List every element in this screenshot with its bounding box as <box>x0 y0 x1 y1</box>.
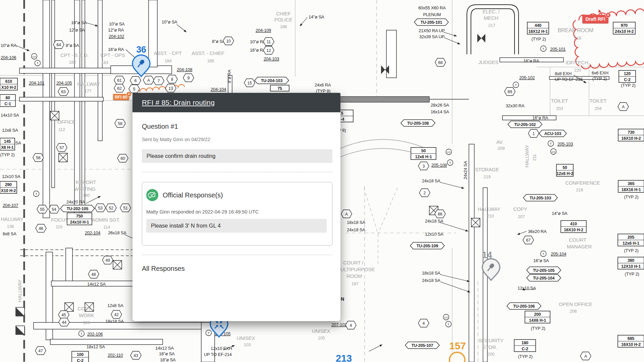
plan-label: ASST. - CPT <box>154 50 182 56</box>
pin-157-number[interactable]: 157 <box>449 340 466 351</box>
hex-tag-label: 62 <box>117 86 122 91</box>
plan-label: 202-110 <box>108 353 123 358</box>
plan-label: 24x18 SA <box>422 278 440 283</box>
plan-label: 185 <box>207 58 214 63</box>
plan-label: UP TO EF-214 <box>204 352 232 357</box>
plan-label: 14x12 SA <box>155 346 174 351</box>
plan-label: CPT - S.S.D. <box>60 52 89 58</box>
plan-label: COURT / <box>343 260 364 265</box>
spec-box-label: C-2 <box>77 358 84 362</box>
rfi-dialog-title-link[interactable]: RFI # 85: Drain routing <box>142 99 215 107</box>
plan-label: 200 <box>487 352 494 357</box>
sensor-tag-label: T <box>542 47 544 51</box>
hex-tag-label: 4 <box>350 323 352 328</box>
pin-36-number[interactable]: 36 <box>136 45 146 55</box>
spec-box-label: 365 <box>628 181 635 186</box>
spec-box-label: 50 <box>421 148 426 153</box>
equipment-flag-label: TU-205-104 <box>533 276 555 281</box>
plan-label: UNISEX <box>237 335 255 341</box>
plan-label: ASST. - CHIEF <box>192 50 224 56</box>
hex-tag-label: 60 <box>120 156 125 161</box>
plan-label: AV <box>496 139 503 145</box>
leader-arrowhead <box>95 24 98 26</box>
plan-label: N <box>341 296 344 302</box>
divider <box>142 172 332 172</box>
leader-arrowhead <box>26 49 30 51</box>
plan-label: (TYP 2) <box>0 152 14 157</box>
equipment-flag-label: TU-205-108 <box>407 121 429 126</box>
plan-label: MULTIPURPOSE <box>336 266 375 272</box>
spec-box-label: 16X10 H-2 <box>622 136 641 141</box>
damper-symbol <box>477 34 481 43</box>
spec-box-label: 970 <box>621 23 628 28</box>
plan-label: 21X50 RA UP <box>419 28 445 33</box>
spec-box-label: 16X10 H-2 <box>621 342 641 347</box>
plan-label: 14"ø SA <box>552 211 568 216</box>
sensor-tag-label: T <box>447 323 449 326</box>
pin-213-number[interactable]: 213 <box>336 353 352 362</box>
hex-tag-label: 8 <box>171 77 173 82</box>
plan-label: REPORT <box>75 179 96 185</box>
plan-label: COPY / <box>77 306 94 311</box>
plan-label: OFFICE <box>57 119 75 125</box>
draft-rfi-marker-tag[interactable]: Draft RFI ✕ <box>582 15 608 23</box>
plan-label: 24x18 SA <box>425 219 443 224</box>
plan-label: HALLWAY <box>478 206 500 212</box>
grid-dashed-line <box>364 188 378 234</box>
sensor-tag-label: CO <box>33 55 36 58</box>
plan-label: 32x39 SA UP <box>419 34 444 39</box>
question-heading: Question #1 <box>142 123 332 130</box>
spec-box-label: X6 H-1 <box>1 145 14 150</box>
hex-tag-label: 15 <box>247 81 252 85</box>
leader-line <box>441 282 470 292</box>
plan-label: 115 <box>56 224 62 229</box>
damper-symbol <box>381 65 385 74</box>
plan-label: 18"ø SA <box>160 357 176 362</box>
plan-label: FOCUS <box>51 217 68 223</box>
hex-tag-label: 49 <box>105 258 110 263</box>
hex-tag-label: 64 <box>56 43 61 47</box>
plan-label: COURT <box>569 237 586 243</box>
plan-label: 204-108 <box>177 67 192 72</box>
hex-tag-label: 61 <box>117 78 122 83</box>
plan-label: 203 <box>556 106 563 111</box>
spec-box-label: 290 <box>5 182 12 187</box>
plan-label: 12"ø RA <box>108 27 124 33</box>
sensor-tag-label: T <box>37 62 39 65</box>
pin-14-number[interactable]: 14 <box>482 250 492 260</box>
plan-label: 12x8 SA <box>2 128 18 133</box>
plan-label: 12x10 SA <box>2 174 20 179</box>
spec-box-label: X10 H-2 <box>1 85 16 90</box>
close-icon[interactable]: ✕ <box>605 12 611 18</box>
sensor-tag-label: T <box>515 83 517 87</box>
plan-label: 28x26 SA <box>431 103 449 108</box>
spec-box-label: 24x10 H-2 <box>615 29 634 34</box>
equipment-flag-label: ACU-103 <box>544 131 561 136</box>
hex-tag-label: 54 <box>52 207 56 212</box>
plan-label: JUDGES <box>478 59 498 65</box>
rfi-85-marker-tag[interactable]: RFI 85 ✕ <box>113 94 129 100</box>
plan-label: POLICE <box>274 17 292 22</box>
leader-arrowhead <box>184 30 186 32</box>
plan-label: 12x10 SA <box>518 286 536 291</box>
duct <box>469 144 474 362</box>
plan-label: 60x55 X60 RA <box>418 5 446 10</box>
plan-label: 24x18 SA <box>347 227 365 232</box>
plan-label: 204-105 <box>56 80 72 85</box>
plan-label: UP TO EF-215 <box>555 77 583 82</box>
plan-label: 204-106 <box>1 55 16 60</box>
divider <box>142 255 332 255</box>
close-icon[interactable]: ✕ <box>126 92 131 97</box>
plan-label: 32x30 RA <box>506 103 525 108</box>
sensor-tag-label: CO <box>444 316 448 319</box>
hex-tag-label: A <box>147 78 150 83</box>
plan-label: 103 <box>244 342 251 347</box>
sensor-tag-label: T <box>449 161 451 165</box>
spec-box-label: 24x10 H-1 <box>70 220 89 225</box>
hex-tag-label: 11 <box>267 40 271 44</box>
all-responses-heading: All Responses <box>142 265 332 273</box>
plan-label: 204-104 <box>211 87 226 92</box>
pin-157-marker[interactable] <box>449 352 465 362</box>
leader-line <box>440 182 464 188</box>
sensor-tag-label: T <box>542 252 544 256</box>
